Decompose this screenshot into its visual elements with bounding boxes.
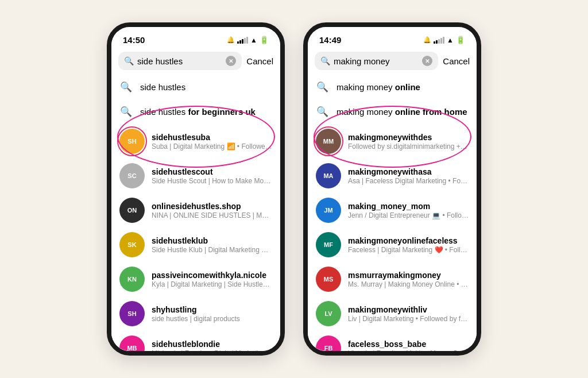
search-suggestion-icon: 🔍 <box>119 106 132 118</box>
profile-info: passiveincomewithkyla.nicoleKyla | Digit… <box>152 271 272 288</box>
profile-username: sidehustleklub <box>152 236 272 245</box>
profile-description: NINA | ONLINE SIDE HUSTLES | MRR SHOP • … <box>152 211 272 219</box>
profile-list-item[interactable]: SHshyhustlingside hustles | digital prod… <box>111 296 280 331</box>
profile-description: Side Hustle Scout | How to Make Money On… <box>152 177 272 185</box>
avatar: MA <box>316 163 341 188</box>
suggestion-text: making money online <box>336 82 420 92</box>
avatar: MM <box>316 129 341 154</box>
profile-info: making_money_momJenn / Digital Entrepren… <box>348 202 469 219</box>
search-icon: 🔍 <box>124 56 134 65</box>
search-bar-container: 🔍side hustles✕Cancel <box>111 47 280 75</box>
status-time: 14:50 <box>123 35 145 45</box>
suggestion-text: side hustles <box>140 82 185 92</box>
suggestion-text: side hustles for beginners uk <box>140 107 256 117</box>
profile-description: side hustles | digital products <box>152 315 272 323</box>
profile-info: sidehustleblondieMichaela | Faceless Dig… <box>152 340 272 352</box>
bell-icon: 🔔 <box>423 36 431 44</box>
search-cancel-button[interactable]: Cancel <box>443 56 470 66</box>
profile-info: makingmoneywithdesFollowed by si.digital… <box>348 133 469 151</box>
main-container: 14:50🔔▲🔋🔍side hustles✕Cancel🔍side hustle… <box>95 11 493 367</box>
profile-username: making_money_mom <box>348 202 469 211</box>
profile-list-item[interactable]: MBsidehustleblondieMichaela | Faceless D… <box>111 331 280 351</box>
profile-description: Victoria | Faceless Making Money Online <box>348 349 469 352</box>
profile-username: passiveincomewithkyla.nicole <box>152 271 272 280</box>
profile-list-item[interactable]: FBfaceless_boss_babeVictoria | Faceless … <box>308 331 477 351</box>
search-clear-button[interactable]: ✕ <box>422 56 432 66</box>
search-bar[interactable]: 🔍making money✕ <box>315 52 438 70</box>
avatar: FB <box>316 335 341 351</box>
profile-username: makingmoneywithasa <box>348 167 469 176</box>
battery-icon: 🔋 <box>260 36 269 44</box>
profile-username: sidehustlescout <box>152 167 272 176</box>
profile-list-item[interactable]: JMmaking_money_momJenn / Digital Entrepr… <box>308 193 477 227</box>
profile-info: sidehustleklubSide Hustle Klub | Digital… <box>152 236 272 254</box>
profile-info: onlinesidehustles.shopNINA | ONLINE SIDE… <box>152 202 272 219</box>
avatar: SH <box>119 301 145 326</box>
profile-info: makingmoneywithlivLiv | Digital Marketin… <box>348 305 469 323</box>
profile-description: Asa | Faceless Digital Marketing • Follo… <box>348 177 469 185</box>
search-input[interactable]: side hustles <box>137 56 222 66</box>
suggestion-item[interactable]: 🔍side hustles <box>111 75 280 99</box>
profile-info: makingmoneyonlinefacelessFaceless | Digi… <box>348 236 469 254</box>
profile-list-item[interactable]: SHsidehustlesubaSuba | Digital Marketing… <box>111 124 280 159</box>
profile-description: Suba | Digital Marketing 📶 • Followed by… <box>152 142 272 151</box>
avatar: SC <box>119 163 145 188</box>
profile-info: msmurraymakingmoneyMs. Murray | Making M… <box>348 271 469 288</box>
profile-list-item[interactable]: SCsidehustlescoutSide Hustle Scout | How… <box>111 159 280 193</box>
profile-info: sidehustlescoutSide Hustle Scout | How t… <box>152 167 272 185</box>
profile-list-item[interactable]: KNpassiveincomewithkyla.nicoleKyla | Dig… <box>111 262 280 296</box>
avatar: LV <box>316 301 341 326</box>
profile-info: makingmoneywithasaAsa | Faceless Digital… <box>348 167 469 185</box>
profile-description: Jenn / Digital Entrepreneur 💻 • Followed… <box>348 211 469 219</box>
profile-username: makingmoneywithliv <box>348 305 469 314</box>
avatar: ON <box>119 198 145 223</box>
profile-description: Liv | Digital Marketing • Followed by fa… <box>348 315 469 323</box>
profile-description: Faceless | Digital Marketing ❤️ • Follow… <box>348 246 469 254</box>
profile-username: makingmoneyonlinefaceless <box>348 236 469 245</box>
wifi-icon: ▲ <box>447 36 454 44</box>
search-input[interactable]: making money <box>334 56 419 66</box>
profile-list-item[interactable]: MMmakingmoneywithdesFollowed by si.digit… <box>308 124 477 159</box>
status-icons: 🔔▲🔋 <box>423 36 465 44</box>
profile-list-item[interactable]: SKsidehustleklubSide Hustle Klub | Digit… <box>111 227 280 262</box>
profile-description: Followed by si.digitalminimarketing + 7 … <box>348 142 469 151</box>
search-suggestion-icon: 🔍 <box>316 106 328 118</box>
avatar: MF <box>316 232 341 257</box>
status-bar: 14:50🔔▲🔋 <box>111 30 280 47</box>
profile-description: Kyla | Digital Marketing | Side Hustles … <box>152 280 272 288</box>
wifi-icon: ▲ <box>250 36 257 44</box>
status-icons: 🔔▲🔋 <box>227 36 269 44</box>
avatar: MS <box>316 267 341 292</box>
search-icon: 🔍 <box>320 56 330 65</box>
bell-icon: 🔔 <box>227 36 235 44</box>
profile-username: onlinesidehustles.shop <box>152 202 272 211</box>
profile-list-item[interactable]: LVmakingmoneywithlivLiv | Digital Market… <box>308 296 477 331</box>
avatar: SK <box>119 232 145 257</box>
search-suggestion-icon: 🔍 <box>316 81 328 93</box>
profile-info: shyhustlingside hustles | digital produc… <box>152 305 272 323</box>
signal-icon <box>237 37 248 44</box>
suggestion-item[interactable]: 🔍side hustles for beginners uk <box>111 99 280 124</box>
search-cancel-button[interactable]: Cancel <box>246 56 273 66</box>
profile-description: Side Hustle Klub | Digital Marketing & P… <box>152 246 272 254</box>
profile-list-item[interactable]: ONonlinesidehustles.shopNINA | ONLINE SI… <box>111 193 280 227</box>
profile-username: shyhustling <box>152 305 272 314</box>
status-bar: 14:49🔔▲🔋 <box>308 30 477 47</box>
profile-username: sidehustlesuba <box>152 133 272 142</box>
profile-username: makingmoneywithdes <box>348 133 469 142</box>
avatar: KN <box>119 267 145 292</box>
left-phone: 14:50🔔▲🔋🔍side hustles✕Cancel🔍side hustle… <box>107 22 285 356</box>
right-phone: 14:49🔔▲🔋🔍making money✕Cancel🔍making mone… <box>303 22 481 356</box>
search-bar[interactable]: 🔍side hustles✕ <box>118 52 242 70</box>
suggestion-item[interactable]: 🔍making money online <box>308 75 477 99</box>
profile-list-item[interactable]: MSmsmurraymakingmoneyMs. Murray | Making… <box>308 262 477 296</box>
profile-username: sidehustleblondie <box>152 340 272 349</box>
profile-list-item[interactable]: MFmakingmoneyonlinefacelessFaceless | Di… <box>308 227 477 262</box>
suggestion-item[interactable]: 🔍making money online from home <box>308 99 477 124</box>
suggestion-text: making money online from home <box>336 107 467 117</box>
profile-description: Ms. Murray | Making Money Online • Follo… <box>348 280 469 288</box>
profile-list-item[interactable]: MAmakingmoneywithasaAsa | Faceless Digit… <box>308 159 477 193</box>
battery-icon: 🔋 <box>456 36 465 44</box>
search-clear-button[interactable]: ✕ <box>226 56 236 66</box>
profile-username: msmurraymakingmoney <box>348 271 469 280</box>
